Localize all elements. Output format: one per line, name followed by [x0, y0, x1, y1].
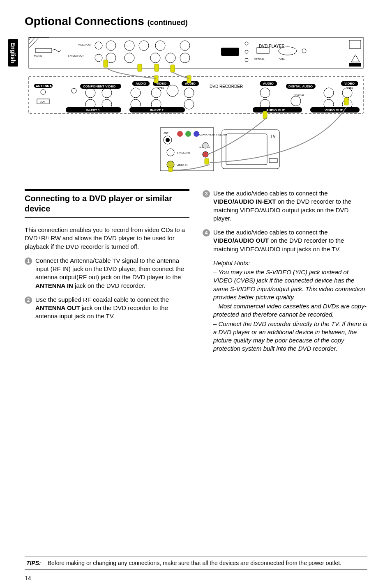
svg-line-2: [29, 37, 31, 40]
svg-point-24: [245, 50, 248, 53]
svg-rect-31: [35, 48, 52, 53]
language-tab: English: [8, 39, 18, 67]
svg-point-23: [245, 42, 248, 45]
svg-text:MAINS: MAINS: [34, 55, 42, 57]
step-3: 3 Use the audio/video cables to connect …: [203, 189, 367, 223]
tips-label: TIPS:: [26, 560, 41, 566]
svg-rect-108: [205, 158, 209, 164]
step-number-2: 2: [25, 296, 32, 304]
hint-2: – Most commercial video cassettes and DV…: [213, 302, 367, 319]
svg-point-28: [302, 49, 306, 53]
svg-point-18: [180, 53, 190, 63]
svg-point-66: [131, 88, 141, 98]
svg-point-13: [139, 41, 149, 51]
page-title: Optional Connections (continued): [25, 15, 367, 28]
svg-point-78: [342, 88, 352, 98]
connection-diagram: DVD PLAYER VIDEO OUT S-VIDEO OUT MAINS O…: [25, 35, 367, 177]
left-column: Connecting to a DVD player or similar de…: [25, 189, 189, 354]
dvd-recorder-label: DVD RECORDER: [210, 84, 243, 89]
step-4: 4 Use the audio/video cables to connect …: [203, 228, 367, 253]
svg-text:DIGITAL AUDIO: DIGITAL AUDIO: [288, 85, 313, 88]
svg-rect-109: [168, 168, 173, 172]
section-heading-rule: Connecting to a DVD player or similar de…: [25, 189, 189, 218]
svg-rect-0: [29, 37, 363, 68]
right-column: 3 Use the audio/video cables to connect …: [203, 189, 367, 354]
svg-text:OPTICAL: OPTICAL: [254, 58, 265, 60]
step-3-text: Use the audio/video cables to connect th…: [213, 189, 367, 223]
svg-rect-22: [221, 48, 239, 56]
svg-point-58: [41, 90, 46, 94]
svg-line-3: [29, 37, 35, 44]
step-2: 2 Use the supplied RF coaxial cable to c…: [25, 296, 189, 321]
svg-point-61: [71, 88, 76, 93]
step-4-text: Use the audio/video cables to connect th…: [213, 228, 367, 253]
svg-text:ANT: ANT: [164, 132, 168, 134]
svg-point-97: [203, 152, 208, 157]
svg-text:AUDIO: AUDIO: [136, 82, 146, 85]
step-1: 1 Connect the Antenna/Cable TV signal to…: [25, 257, 189, 290]
svg-point-14: [155, 41, 165, 51]
svg-text:OUT: OUT: [40, 101, 45, 103]
svg-point-11: [106, 41, 116, 51]
svg-text:S-VIDEO IN: S-VIDEO IN: [177, 152, 190, 154]
svg-point-73: [260, 88, 270, 98]
step-2-text: Use the supplied RF coaxial cable to con…: [35, 296, 189, 321]
svg-point-71: [184, 88, 194, 98]
svg-text:VGA: VGA: [279, 58, 285, 60]
svg-point-93: [167, 149, 174, 156]
svg-point-12: [125, 41, 134, 51]
title-main: Optional Connections: [25, 15, 144, 28]
step-number-4: 4: [203, 229, 210, 237]
tips-text: Before making or changing any connection…: [48, 560, 341, 566]
svg-point-89: [177, 131, 183, 137]
svg-point-72: [184, 99, 194, 109]
svg-point-98: [167, 161, 174, 168]
svg-point-19: [95, 54, 102, 62]
svg-rect-103: [104, 60, 108, 67]
page-number: 14: [25, 575, 31, 581]
title-continued: (continued): [148, 18, 188, 27]
svg-point-96: [203, 142, 208, 148]
svg-point-91: [194, 131, 199, 137]
svg-point-70: [167, 85, 178, 96]
svg-point-27: [279, 47, 297, 55]
svg-rect-102: [171, 65, 175, 72]
svg-rect-101: [154, 64, 159, 71]
svg-text:CVBS: CVBS: [157, 87, 164, 89]
svg-text:CVBS: CVBS: [346, 87, 353, 89]
svg-rect-100: [138, 64, 142, 71]
svg-text:IN-EXT 2: IN-EXT 2: [150, 108, 164, 112]
svg-rect-26: [257, 48, 269, 53]
svg-text:COMPONENT VIDEO: COMPONENT VIDEO: [83, 85, 115, 88]
svg-point-62: [85, 88, 95, 98]
svg-rect-107: [344, 98, 348, 105]
svg-rect-105: [187, 76, 191, 83]
svg-rect-83: [226, 134, 267, 165]
svg-text:VIDEO OUT: VIDEO OUT: [78, 44, 92, 46]
svg-point-90: [185, 131, 191, 137]
svg-text:ANTENNA: ANTENNA: [36, 84, 52, 88]
step-number-1: 1: [25, 257, 32, 265]
svg-rect-29: [349, 40, 361, 48]
svg-point-15: [150, 53, 160, 63]
svg-point-75: [291, 96, 301, 106]
hints-heading: Helpful Hints:: [213, 259, 367, 267]
svg-point-88: [166, 138, 170, 142]
svg-text:COMPONENT VIDEO IN: COMPONENT VIDEO IN: [199, 133, 227, 136]
svg-point-64: [102, 88, 112, 98]
svg-rect-84: [269, 158, 277, 163]
svg-text:VIDEO: VIDEO: [344, 82, 355, 85]
tv-label: TV: [270, 134, 276, 139]
hint-1: – You may use the S-VIDEO (Y/C) jack ins…: [213, 268, 367, 301]
svg-text:VIDEO IN: VIDEO IN: [177, 164, 187, 166]
step-number-3: 3: [203, 190, 210, 198]
svg-point-16: [166, 53, 175, 63]
svg-point-68: [151, 88, 161, 98]
svg-point-17: [180, 41, 190, 51]
section-heading: Connecting to a DVD player or similar de…: [25, 193, 189, 214]
svg-point-76: [324, 88, 334, 98]
svg-point-21: [125, 53, 134, 63]
svg-point-25: [245, 58, 248, 62]
svg-rect-30: [349, 63, 361, 67]
step-1-text: Connect the Antenna/Cable TV signal to t…: [35, 257, 189, 290]
